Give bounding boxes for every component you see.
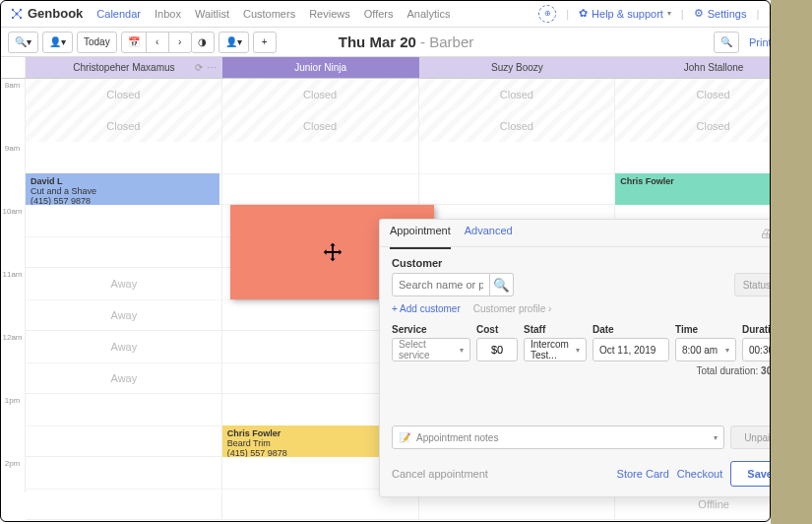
- gear-icon: ⚙: [694, 7, 704, 20]
- cost-input[interactable]: [476, 338, 518, 361]
- svg-line-5: [13, 10, 17, 14]
- add-person-button[interactable]: 👤▾: [42, 32, 73, 53]
- calendar-cell[interactable]: ClosedClosed: [222, 79, 419, 141]
- staff-select[interactable]: Intercom Test...▾: [524, 338, 587, 361]
- more-icon[interactable]: ⋯: [207, 62, 217, 73]
- time-label: 10am: [0, 205, 25, 268]
- time-label: 12am: [0, 331, 25, 394]
- calendar-cell[interactable]: [419, 142, 616, 204]
- prev-button[interactable]: ‹: [146, 32, 169, 53]
- time-label: 9am: [0, 142, 25, 205]
- appointment-event[interactable]: David L Cut and a Shave (415) 557 9878: [26, 173, 219, 205]
- calendar-cell[interactable]: [26, 394, 222, 456]
- calendar-cell[interactable]: [222, 142, 419, 204]
- search-button[interactable]: 🔍: [714, 32, 739, 53]
- tab-appointment[interactable]: Appointment: [390, 225, 451, 249]
- nav-analytics[interactable]: Analytics: [406, 8, 450, 20]
- brand-name: Genbook: [28, 6, 83, 21]
- separator: |: [756, 8, 759, 20]
- note-icon: 📝: [399, 432, 410, 443]
- calendar-cell[interactable]: [26, 205, 222, 267]
- appointment-popover: Appointment Advanced 🖨 ✕ Customer 🔍 Stat…: [379, 219, 802, 497]
- staff-header[interactable]: Christopeher Maxamus ⟳⋯: [26, 57, 222, 78]
- brand-logo[interactable]: Genbook: [10, 6, 83, 21]
- settings-link[interactable]: ⚙ Settings: [694, 7, 747, 20]
- calendar-cell[interactable]: [26, 457, 222, 519]
- cancel-appointment-link[interactable]: Cancel appointment: [392, 468, 488, 480]
- nav-inbox[interactable]: Inbox: [155, 8, 181, 20]
- staff-header[interactable]: Junior Ninja: [222, 57, 419, 78]
- time-label: Time: [675, 324, 736, 335]
- svg-line-6: [17, 10, 21, 14]
- add-button[interactable]: +: [253, 32, 277, 53]
- staff-label: Staff: [524, 324, 587, 335]
- zoom-button[interactable]: 🔍▾: [8, 32, 38, 53]
- date-label: Date: [593, 324, 669, 335]
- help-icon: ✿: [579, 7, 588, 20]
- right-sidebar-strip: [771, 0, 812, 524]
- nav-waitlist[interactable]: Waitlist: [195, 8, 229, 20]
- staff-header[interactable]: Suzy Boozy: [419, 57, 616, 78]
- svg-line-7: [13, 14, 17, 18]
- separator: |: [566, 8, 569, 20]
- logo-icon: [10, 7, 24, 21]
- total-duration: Total duration: 30min: [392, 365, 789, 376]
- date-input[interactable]: Oct 11, 2019: [593, 338, 669, 361]
- time-label: 2pm: [0, 457, 25, 520]
- service-select[interactable]: Select service▾: [392, 338, 470, 361]
- svg-line-8: [17, 14, 21, 18]
- checkout-link[interactable]: Checkout: [677, 468, 722, 480]
- page-title: Thu Mar 20 - Barber: [339, 33, 474, 50]
- view-mode-button[interactable]: ◑: [191, 32, 215, 53]
- customer-profile-link[interactable]: Customer profile ›: [473, 303, 551, 314]
- time-label: 1pm: [0, 394, 25, 457]
- nav-offers[interactable]: Offers: [364, 8, 394, 20]
- nav-customers[interactable]: Customers: [243, 8, 295, 20]
- service-label: Service: [392, 324, 470, 335]
- help-support-link[interactable]: ✿ Help & support ▾: [579, 7, 671, 20]
- time-label: 11am: [0, 268, 25, 331]
- next-button[interactable]: ›: [168, 32, 192, 53]
- add-customer-link[interactable]: + Add customer: [392, 303, 461, 314]
- search-icon[interactable]: 🔍: [490, 273, 514, 296]
- print-link[interactable]: Print: [749, 36, 772, 48]
- time-label: 8am: [0, 79, 25, 142]
- globe-icon[interactable]: ⊕: [538, 5, 556, 23]
- separator: |: [681, 8, 684, 20]
- calendar-cell[interactable]: ClosedClosed: [26, 79, 222, 141]
- customer-search-input[interactable]: [392, 273, 490, 296]
- cost-label: Cost: [476, 324, 518, 335]
- move-icon: [322, 241, 344, 263]
- calendar-picker-button[interactable]: 📅: [121, 32, 147, 53]
- today-button[interactable]: Today: [77, 32, 117, 53]
- filter-button[interactable]: 👤▾: [219, 32, 249, 53]
- time-select[interactable]: 8:00 am▾: [675, 338, 736, 361]
- calendar-cell[interactable]: ClosedClosed: [419, 79, 616, 141]
- nav-calendar[interactable]: Calendar: [96, 8, 141, 20]
- chevron-down-icon: ▾: [667, 9, 671, 18]
- nav-reviews[interactable]: Reviews: [309, 8, 350, 20]
- refresh-icon[interactable]: ⟳: [195, 62, 203, 73]
- customer-label: Customer: [392, 257, 789, 269]
- store-card-link[interactable]: Store Card: [617, 468, 669, 480]
- tab-advanced[interactable]: Advanced: [465, 225, 513, 242]
- notes-input[interactable]: 📝Appointment notes ▾: [392, 426, 724, 449]
